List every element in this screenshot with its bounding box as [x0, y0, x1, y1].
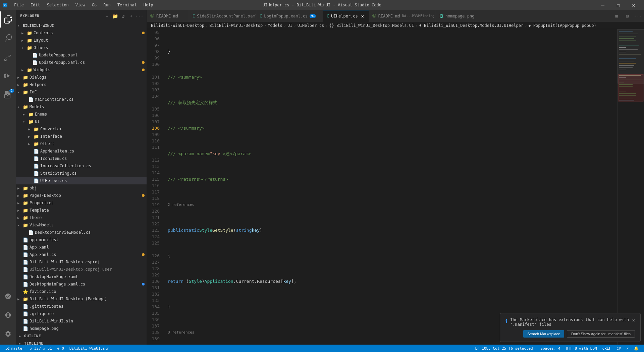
tab-readme-2[interactable]: Ⓜ README.md DA...MVVMBinding ✕: [369, 10, 436, 22]
sidebar-item-gitattributes[interactable]: ▶ 📄 .gitattributes: [16, 303, 147, 310]
sidebar-item-app-xaml[interactable]: ▶ 📄 App.xaml: [16, 244, 147, 251]
status-errors[interactable]: ⊘ 0: [55, 345, 67, 352]
new-file-button[interactable]: +: [104, 13, 110, 19]
sidebar-item-sln[interactable]: ▶ 📄 BiliBili-WinUI.sln: [16, 317, 147, 325]
dont-show-again-button[interactable]: Don't Show Again for '.manifest' files: [567, 330, 635, 338]
more-tabs-button[interactable]: ···: [633, 11, 643, 21]
sidebar-item-updatepopup-xaml[interactable]: ▶ 📄 UpdatePopup.xaml: [16, 51, 147, 59]
tab-uihelper[interactable]: C UIHelper.cs ✕: [323, 10, 369, 22]
account-activity-icon[interactable]: [0, 307, 16, 323]
sidebar-item-dialogs[interactable]: ▶ 📁 Dialogs: [16, 74, 147, 81]
sidebar-item-ioc[interactable]: ▾ 📁 IoC: [16, 88, 147, 96]
tab-loginpopup[interactable]: C LoginPopup.xaml.cs 9+ ✕: [256, 10, 323, 22]
title-menu-run[interactable]: Run: [101, 2, 113, 8]
sidebar-item-updatepopup-cs[interactable]: ▶ 📄 UpdatePopup.xaml.cs: [16, 59, 147, 66]
sidebar-item-uihelper[interactable]: ▶ 📄 UIHelper.cs: [16, 177, 147, 184]
run-debug-activity-icon[interactable]: [0, 68, 16, 84]
tab-sideaccount[interactable]: C SideSlimAccountPanel.xaml.cs ✕: [189, 10, 256, 22]
sidebar-item-staticstring[interactable]: ▶ 📄 StaticString.cs: [16, 170, 147, 177]
sidebar-item-pages-desktop[interactable]: ▶ 📁 Pages-Desktop: [16, 192, 147, 199]
sidebar-item-theme[interactable]: ▶ 📁 Theme: [16, 214, 147, 221]
sidebar-item-interface[interactable]: ▶ 📁 Interface: [16, 133, 147, 140]
sidebar-item-csproj[interactable]: ▶ 📄 BiliBili-WinUI-Desktop.csproj: [16, 258, 147, 266]
explorer-activity-icon[interactable]: [0, 11, 16, 28]
sidebar-item-others-ui[interactable]: ▶ 📁 Others: [16, 140, 147, 147]
sidebar-item-favicon[interactable]: ▶ ⭐ favicon.ico: [16, 288, 147, 295]
title-menu-selection[interactable]: Selection: [44, 2, 71, 8]
close-button[interactable]: ✕: [626, 0, 641, 10]
breadcrumb-item[interactable]: {} BiliBili_WinUI_Desktop.Models.UI: [329, 23, 414, 28]
remote-activity-icon[interactable]: [0, 288, 16, 304]
sidebar-item-package[interactable]: ▶ 📁 BiliBili-WinUI-Desktop (Package): [16, 295, 147, 303]
status-encoding[interactable]: UTF-8 with BOM: [563, 345, 600, 352]
refresh-button[interactable]: ↺: [120, 13, 126, 19]
status-remote[interactable]: ⚡: [624, 345, 631, 352]
title-menu-help[interactable]: Help: [141, 2, 156, 8]
sidebar-item-maincontainer[interactable]: ▶ 📄 MainContainer.cs: [16, 96, 147, 103]
editor-layout-button[interactable]: ⊟: [623, 11, 632, 21]
sidebar-item-properties[interactable]: ▶ 📁 Properties: [16, 199, 147, 207]
sidebar-item-enums[interactable]: ▶ 📁 Enums: [16, 111, 147, 118]
status-branch[interactable]: ⎇ master: [3, 345, 27, 352]
sidebar-item-appmenuitem[interactable]: ▶ 📄 AppMenuItem.cs: [16, 147, 147, 155]
sidebar-item-app-xaml-cs[interactable]: ▶ 📄 App.xaml.cs: [16, 251, 147, 258]
extensions-activity-icon[interactable]: 1: [0, 87, 16, 103]
search-activity-icon[interactable]: [0, 30, 16, 46]
sidebar-item-layout[interactable]: ▶ 📁 Layout: [16, 37, 147, 44]
sidebar-item-widgets[interactable]: ▶ 📁 Widgets: [16, 66, 147, 74]
breadcrumb-item[interactable]: Models: [268, 23, 282, 28]
sidebar-item-csproj-user[interactable]: ▶ 📄 BiliBili-WinUI-Desktop.csproj.user: [16, 266, 147, 273]
sidebar-item-others-top[interactable]: ▾ 📁 Others: [16, 44, 147, 51]
collapse-all-button[interactable]: ⬇: [128, 13, 135, 19]
sidebar-item-ui[interactable]: ▾ 📁 UI: [16, 118, 147, 125]
status-file[interactable]: BiliBili-WinUI.sln: [67, 345, 112, 352]
more-actions-button[interactable]: ···: [136, 13, 143, 19]
sidebar-item-desktopmainpage-xaml[interactable]: ▶ 📄 DesktopMainPage.xaml: [16, 273, 147, 280]
sidebar-item-obj[interactable]: ▶ 📁 obj: [16, 184, 147, 192]
sidebar-item-controls[interactable]: ▶ 📁 Controls: [16, 29, 147, 37]
minimize-button[interactable]: ─: [595, 0, 610, 10]
split-editor-button[interactable]: ⊞: [612, 11, 621, 21]
sidebar-item-converter[interactable]: ▶ 📁 Converter: [16, 125, 147, 133]
sidebar-item-desktopmainpage-cs[interactable]: ▶ 📄 DesktopMainPage.xaml.cs: [16, 280, 147, 288]
sidebar-item-template[interactable]: ▶ 📁 Template: [16, 207, 147, 214]
tab-readme-1[interactable]: Ⓜ README.md ✕: [147, 10, 189, 22]
title-menu-view[interactable]: View: [73, 2, 88, 8]
breadcrumb-item[interactable]: UI: [287, 23, 292, 28]
sidebar-item-viewmodels[interactable]: ▾ 📁 ViewModels: [16, 221, 147, 229]
title-menu-file[interactable]: File: [11, 2, 26, 8]
sidebar-item-increasecollection[interactable]: ▶ 📄 IncreaseCollection.cs: [16, 162, 147, 170]
status-line-ending[interactable]: CRLF: [600, 345, 614, 352]
sidebar-item-gitignore[interactable]: ▶ 📄 .gitignore: [16, 310, 147, 317]
sidebar-item-iconitem[interactable]: ▶ 📄 IconItem.cs: [16, 155, 147, 162]
breadcrumb-item[interactable]: ◆ PopupInit(IAppPopup popup): [528, 23, 596, 28]
status-position[interactable]: Ln 108, Col 25 (6 selected): [472, 345, 538, 352]
tab-close-button[interactable]: ✕: [360, 13, 365, 19]
tab-homepage-png[interactable]: 🖼 homepage.png ✕: [436, 10, 486, 22]
project-root-item[interactable]: ▾ BILIBILI-WINUI: [16, 22, 147, 29]
title-menu-edit[interactable]: Edit: [28, 2, 43, 8]
title-menu-terminal[interactable]: Terminal: [115, 2, 140, 8]
breadcrumb-item[interactable]: BiliBili-WinUI-Desktop: [151, 23, 204, 28]
title-menu-go[interactable]: Go: [89, 2, 99, 8]
settings-activity-icon[interactable]: [0, 326, 16, 342]
status-spaces[interactable]: Spaces: 4: [538, 345, 563, 352]
sidebar-item-app-manifest[interactable]: ▶ 📄 app.manifest: [16, 236, 147, 244]
outline-section-header[interactable]: ▶ OUTLINE: [16, 332, 147, 340]
breadcrumb-item[interactable]: UIHelper.cs: [298, 23, 324, 28]
status-sync[interactable]: ↺ 327 ⚠ 51: [27, 345, 55, 352]
sidebar-item-models[interactable]: ▾ 📁 Models: [16, 103, 147, 111]
new-folder-button[interactable]: 📁: [112, 13, 118, 19]
maximize-button[interactable]: ☐: [610, 0, 626, 10]
code-content[interactable]: } /// <summary> /// 获取预先定义的样式 /// </summ…: [164, 29, 617, 345]
sidebar-item-desktopmainviewmodel[interactable]: ▶ 📄 DesktopMainViewModel.cs: [16, 229, 147, 236]
timeline-section-header[interactable]: ▶ TIMELINE: [16, 340, 147, 345]
status-bell[interactable]: 🔔: [631, 345, 641, 352]
search-marketplace-button[interactable]: Search Marketplace: [523, 330, 564, 338]
sidebar-item-homepage-png[interactable]: ▶ 📄 homepage.png: [16, 325, 147, 332]
status-language[interactable]: C#: [614, 345, 624, 352]
source-control-activity-icon[interactable]: [0, 49, 16, 65]
breadcrumb-item[interactable]: BiliBili-WinUI-Desktop: [209, 23, 263, 28]
breadcrumb-item[interactable]: ♦ BiliBili_WinUI_Desktop.Models.UI.UIHel…: [419, 23, 523, 28]
sidebar-item-helpers[interactable]: ▶ 📁 Helpers: [16, 81, 147, 88]
